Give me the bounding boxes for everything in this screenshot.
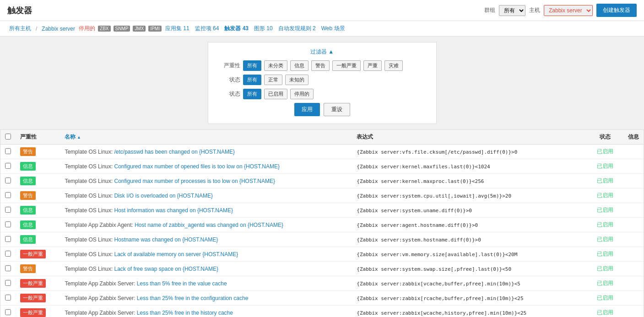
breadcrumb-separator: / [36,26,37,32]
filter-status1-row: 状态 所有 正常 未知的 [217,75,427,85]
row-checkbox-cell [0,262,16,276]
triggers-table: 严重性 名称 表达式 状态 信息 警告 Template OS Linux: /… [0,130,644,317]
row-expr: {Zabbix server:system.hostname.diff(0)}>… [352,232,587,247]
severity-badge: 一般严重 [20,250,46,258]
apply-button[interactable]: 应用 [294,103,320,116]
row-expr: {Zabbix server:vfs.file.cksum[/etc/passw… [352,145,587,159]
row-checkbox[interactable] [5,251,11,257]
nav-graphs[interactable]: 图形 10 [252,24,275,33]
row-checkbox-cell [0,247,16,262]
sev-btn-all[interactable]: 所有 [243,60,261,71]
name-prefix: Template OS Linux: [65,236,114,243]
row-checkbox[interactable] [5,163,11,169]
name-link[interactable]: Host name of zabbix_agentd was changed o… [135,222,283,228]
badge-jmx[interactable]: JMX [133,26,146,32]
sev-btn-average[interactable]: 一般严重 [332,60,361,71]
severity-badge: 一般严重 [20,308,46,317]
row-severity: 警告 [16,188,60,203]
row-checkbox-cell [0,159,16,174]
nav-items[interactable]: 监控项 64 [193,24,221,33]
sev-btn-disaster[interactable]: 灾难 [384,60,403,71]
sev-btn-high[interactable]: 严重 [363,60,382,71]
row-status: 已启用 [587,276,623,291]
row-severity: 信息 [16,232,60,247]
row-checkbox[interactable] [5,265,11,271]
name-link[interactable]: Less than 5% free in the value cache [137,280,227,287]
filter-actions: 应用 重设 [217,103,427,116]
row-status: 已启用 [587,218,623,232]
status-text: 已启用 [597,192,613,199]
nav-appsets[interactable]: 应用集 11 [163,24,191,33]
name-link[interactable]: Host information was changed on {HOST.NA… [114,207,233,214]
row-checkbox[interactable] [5,192,11,198]
severity-badge: 信息 [20,235,36,244]
status1-btn-unknown[interactable]: 未知的 [285,75,308,85]
nav-web[interactable]: Web 场景 [319,24,347,33]
status2-btn-enabled[interactable]: 已启用 [264,89,287,99]
create-trigger-button[interactable]: 创建触发器 [596,4,637,17]
sev-btn-warning[interactable]: 警告 [311,60,330,71]
row-name: Template OS Linux: Configured max number… [60,174,352,188]
row-checkbox[interactable] [5,295,11,301]
table-row: 警告 Template OS Linux: Lack of free swap … [0,262,644,276]
row-checkbox-cell [0,218,16,232]
host-select[interactable]: Zabbix server [544,5,593,16]
name-link[interactable]: Less than 25% free in the history cache [137,310,233,316]
status1-btn-all[interactable]: 所有 [243,75,261,85]
status2-btn-disabled[interactable]: 停用的 [290,89,314,99]
row-info [623,247,644,262]
status1-btn-ok[interactable]: 正常 [264,75,282,85]
name-link[interactable]: Hostname was changed on {HOST.NAME} [114,236,218,243]
row-checkbox[interactable] [5,177,11,183]
sev-btn-unclassified[interactable]: 未分类 [264,60,287,71]
th-name[interactable]: 名称 [60,130,352,145]
row-name: Template App Zabbix Agent: Host name of … [60,218,352,232]
row-checkbox-cell [0,174,16,188]
name-link[interactable]: Lack of free swap space on {HOST.NAME} [114,266,218,272]
name-link[interactable]: Lack of available memory on server {HOST… [114,251,238,258]
row-severity: 一般严重 [16,247,60,262]
nav-discovery[interactable]: 自动发现规则 2 [276,24,318,33]
name-prefix: Template App Zabbix Server: [65,310,136,316]
row-status: 已启用 [587,262,623,276]
breadcrumb-host[interactable]: Zabbix server [40,25,77,33]
nav-triggers[interactable]: 触发器 43 [222,24,250,33]
row-checkbox[interactable] [5,148,11,154]
badge-snmp[interactable]: SNMP [114,26,130,32]
row-severity: 信息 [16,159,60,174]
name-link[interactable]: Configured max number of opened files is… [114,163,280,170]
expr-text: {Zabbix server:zabbix[rcache,buffer,pfre… [357,296,523,301]
sev-btn-info[interactable]: 信息 [290,60,308,71]
filter-status1-label: 状态 [217,76,240,84]
name-link[interactable]: Disk I/O is overloaded on {HOST.NAME} [114,193,212,199]
row-checkbox-cell [0,188,16,203]
status2-btn-all[interactable]: 所有 [243,89,261,99]
row-name: Template OS Linux: /etc/passwd has been … [60,145,352,159]
table-row: 一般严重 Template OS Linux: Lack of availabl… [0,247,644,262]
breadcrumb-all-hosts[interactable]: 所有主机 [7,24,33,33]
row-checkbox[interactable] [5,236,11,242]
name-prefix: Template OS Linux: [65,149,114,155]
name-link[interactable]: /etc/passwd has been changed on {HOST.NA… [114,149,235,155]
expr-text: {Zabbix server:system.swap.size[,pfree].… [357,266,511,272]
row-info [623,174,644,188]
select-all-checkbox[interactable] [5,134,11,140]
row-checkbox[interactable] [5,221,11,227]
reset-button[interactable]: 重设 [324,103,350,116]
name-link[interactable]: Less than 25% free in the configuration … [137,295,249,301]
name-prefix: Template OS Linux: [65,193,114,199]
severity-badge: 警告 [20,147,36,156]
row-checkbox[interactable] [5,207,11,213]
filter-toggle[interactable]: 过滤器 ▲ [217,48,427,56]
name-link[interactable]: Configured max number of processes is to… [114,178,275,184]
row-info [623,145,644,159]
row-expr: {Zabbix server:zabbix[rcache,buffer,pfre… [352,291,587,306]
badge-zbx[interactable]: ZBX [98,26,110,32]
row-info [623,203,644,218]
row-checkbox[interactable] [5,309,11,315]
group-select[interactable]: 所有 [499,5,525,16]
row-severity: 信息 [16,203,60,218]
row-name: Template App Zabbix Server: Less than 25… [60,291,352,306]
row-checkbox[interactable] [5,280,11,286]
badge-ipmi[interactable]: IPMI [148,26,162,32]
